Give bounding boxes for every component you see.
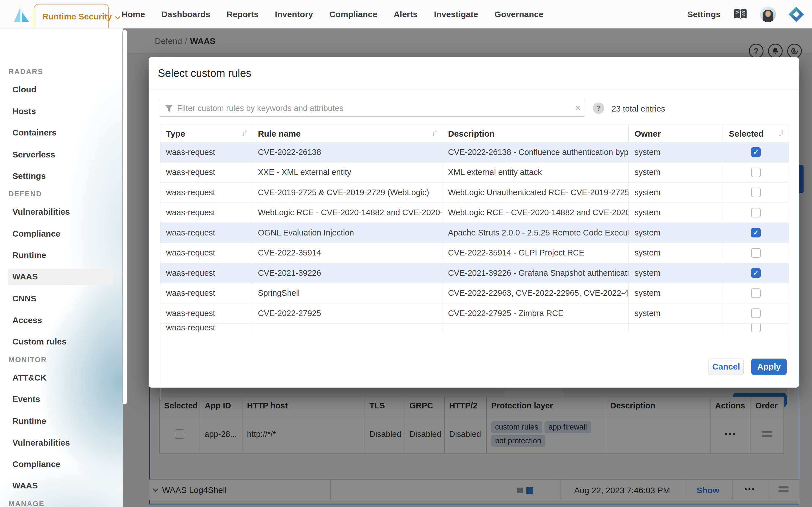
sidebar-item-vulnerabilities[interactable]: Vulnerabilities	[12, 207, 70, 217]
rule-type-cell: waas-request	[160, 283, 252, 304]
rule-description-cell: CVE-2022-35914 - GLPI Project RCE	[442, 243, 629, 263]
rule-description-cell: CVE-2022-22963, CVE-2022-22965, CVE-2022…	[442, 283, 629, 304]
prisma-cloud-logo-icon[interactable]	[788, 6, 804, 22]
rule-type-cell: waas-request	[160, 303, 252, 324]
rule-selected-checkbox[interactable]	[751, 324, 761, 332]
sidebar-item-cloud[interactable]: Cloud	[12, 85, 36, 94]
rule-description-cell	[442, 324, 629, 332]
rule-name-cell: SpringShell	[252, 283, 442, 304]
table-row[interactable]: waas-request SpringShell CVE-2022-22963,…	[160, 283, 789, 304]
modal-title: Select custom rules	[158, 67, 252, 79]
custom-rules-table: Type↓↑ Rule name↓↑ Description Owner Sel…	[160, 125, 789, 400]
rule-name-cell: CVE-2022-26138	[252, 142, 442, 163]
nav-reports[interactable]: Reports	[227, 10, 259, 19]
table-row[interactable]: waas-request CVE-2022-27925 CVE-2022-279…	[160, 303, 789, 324]
sidebar-item-runtime[interactable]: Runtime	[12, 250, 46, 260]
rule-owner-cell: system	[629, 163, 723, 183]
sidebar-item-events[interactable]: Events	[12, 394, 40, 404]
rule-selected-checkbox[interactable]	[751, 308, 761, 318]
filter-input[interactable]	[177, 100, 566, 116]
rule-selected-checkbox[interactable]	[751, 147, 761, 157]
col-header-owner: Owner	[629, 125, 723, 142]
total-entries-label: 23 total entries	[612, 104, 665, 114]
table-row[interactable]: waas-request XXE - XML external entity X…	[160, 163, 789, 183]
rule-selected-checkbox[interactable]	[751, 168, 761, 177]
nav-home[interactable]: Home	[121, 10, 145, 19]
sidebar-item-runtime-monitor[interactable]: Runtime	[12, 416, 46, 426]
sidebar-item-cnns[interactable]: CNNS	[12, 294, 36, 303]
table-row[interactable]: waas-request CVE-2021-39226 CVE-2021-392…	[160, 263, 789, 283]
sidebar-scrollbar-thumb[interactable]	[122, 30, 127, 404]
rule-name-cell: WebLogic RCE - CVE-2020-14882 and CVE-20…	[252, 203, 442, 223]
modal-header-divider	[149, 90, 799, 90]
sidebar-item-waas-active[interactable]: WAAS	[12, 272, 38, 281]
table-row[interactable]: waas-request WebLogic RCE - CVE-2020-148…	[160, 203, 789, 223]
nav-dashboards[interactable]: Dashboards	[161, 10, 210, 19]
apply-button[interactable]: Apply	[751, 358, 786, 375]
rule-owner-cell	[629, 324, 723, 332]
clear-filter-icon[interactable]: ×	[575, 102, 580, 113]
app-window: Defend/WAAS ? Selected App ID HTTP host …	[0, 0, 812, 507]
rule-name-cell: CVE-2022-35914	[252, 243, 442, 263]
nav-investigate[interactable]: Investigate	[434, 10, 478, 19]
rule-owner-cell: system	[629, 243, 723, 263]
rule-type-cell: waas-request	[160, 263, 252, 283]
rules-table-body: waas-request CVE-2022-26138 CVE-2022-261…	[160, 142, 789, 332]
table-row[interactable]: waas-request	[160, 324, 789, 332]
rule-type-cell: waas-request	[160, 324, 252, 332]
sort-icon[interactable]: ↓↑	[778, 129, 784, 138]
nav-inventory[interactable]: Inventory	[275, 10, 313, 19]
sidebar-item-settings[interactable]: Settings	[12, 171, 46, 181]
top-navbar: Runtime Security Home Dashboards Reports…	[0, 0, 812, 29]
rule-owner-cell: system	[629, 283, 723, 304]
sidebar-item-access[interactable]: Access	[12, 316, 42, 325]
section-monitor: MONITOR	[8, 355, 47, 364]
sidebar-item-waas-monitor[interactable]: WAAS	[12, 481, 38, 490]
sidebar-item-compliance-monitor[interactable]: Compliance	[12, 459, 60, 469]
sidebar-item-custom-rules[interactable]: Custom rules	[12, 337, 66, 346]
rule-selected-checkbox[interactable]	[751, 187, 761, 197]
table-row[interactable]: waas-request CVE-2022-35914 CVE-2022-359…	[160, 243, 789, 263]
sort-icon[interactable]: ↓↑	[242, 129, 248, 138]
rules-table-header: Type↓↑ Rule name↓↑ Description Owner Sel…	[160, 125, 789, 142]
rule-selected-checkbox[interactable]	[751, 208, 761, 217]
sidebar-item-containers[interactable]: Containers	[12, 128, 57, 137]
sidebar-item-attck[interactable]: ATT&CK	[12, 373, 47, 383]
sidebar-item-serverless[interactable]: Serverless	[12, 150, 55, 159]
section-defend: DEFEND	[8, 189, 42, 198]
rule-selected-checkbox[interactable]	[751, 268, 761, 278]
product-switcher-label: Runtime Security	[42, 12, 119, 21]
rule-selected-checkbox[interactable]	[751, 248, 761, 258]
table-row[interactable]: waas-request OGNL Evaluation Injection A…	[160, 223, 789, 243]
book-icon[interactable]	[733, 8, 748, 20]
product-switcher[interactable]: Runtime Security	[34, 4, 109, 29]
cancel-button[interactable]: Cancel	[709, 358, 744, 375]
rule-description-cell: XML external entity attack	[442, 163, 629, 183]
nav-governance[interactable]: Governance	[495, 10, 543, 19]
sort-icon[interactable]: ↓↑	[432, 129, 438, 138]
rule-description-cell: Apache Struts 2.0.0 - 2.5.25 Remote Code…	[442, 223, 629, 243]
rule-name-cell: CVE-2019-2725 & CVE-2019-2729 (WebLogic)	[252, 182, 442, 203]
col-header-type[interactable]: Type↓↑	[160, 125, 252, 142]
rule-name-cell: XXE - XML external entity	[252, 163, 442, 183]
sidebar-item-compliance[interactable]: Compliance	[12, 229, 60, 238]
console-logo-icon[interactable]	[12, 5, 30, 23]
table-row[interactable]: waas-request CVE-2019-2725 & CVE-2019-27…	[160, 182, 789, 203]
nav-settings[interactable]: Settings	[688, 10, 721, 19]
nav-compliance[interactable]: Compliance	[329, 10, 377, 19]
rule-description-cell: WebLogic RCE - CVE-2020-14882 and CVE-20…	[442, 203, 629, 223]
rule-selected-checkbox[interactable]	[751, 288, 761, 298]
rule-description-cell: CVE-2022-27925 - Zimbra RCE	[442, 303, 629, 324]
rule-owner-cell: system	[629, 263, 723, 283]
sidebar-item-vulnerabilities-monitor[interactable]: Vulnerabilities	[12, 438, 70, 448]
rule-type-cell: waas-request	[160, 223, 252, 243]
rule-selected-checkbox[interactable]	[751, 228, 761, 237]
col-header-selected[interactable]: Selected↓↑	[723, 125, 789, 142]
filter-help-icon[interactable]: ?	[593, 103, 604, 114]
table-row[interactable]: waas-request CVE-2022-26138 CVE-2022-261…	[160, 142, 789, 163]
col-header-rule-name[interactable]: Rule name↓↑	[252, 125, 442, 142]
col-header-description: Description	[442, 125, 629, 142]
sidebar-item-hosts[interactable]: Hosts	[12, 107, 36, 116]
nav-alerts[interactable]: Alerts	[394, 10, 417, 19]
avatar[interactable]	[760, 6, 776, 22]
